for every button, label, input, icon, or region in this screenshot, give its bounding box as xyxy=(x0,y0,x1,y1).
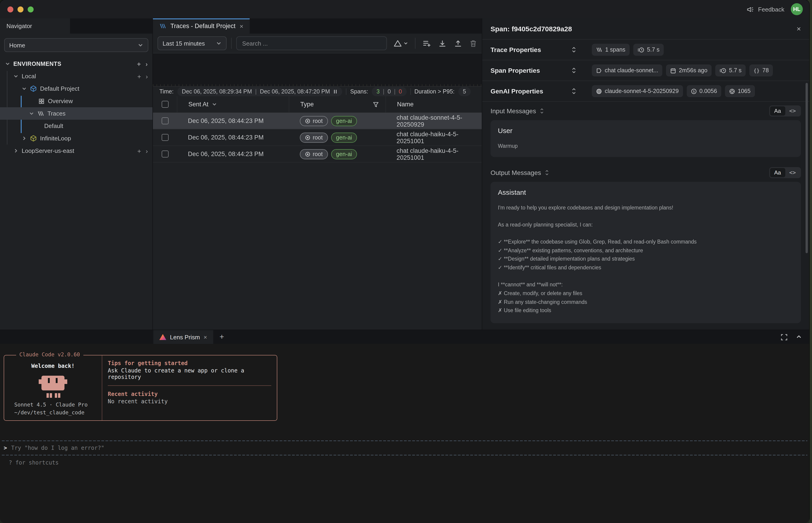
add-to-list-button[interactable] xyxy=(422,39,431,47)
add-project-button[interactable]: + xyxy=(137,73,141,80)
expand-collapse-icon[interactable] xyxy=(571,88,576,94)
feedback-button[interactable]: Feedback xyxy=(746,6,784,13)
root-tag: root xyxy=(300,116,328,126)
maximize-window-button[interactable] xyxy=(28,6,34,12)
collapse-icon[interactable] xyxy=(545,170,549,175)
span-age-badge[interactable]: 2m56s ago xyxy=(666,65,711,76)
tree-item-default[interactable]: Default xyxy=(0,120,153,132)
prism-filter-button[interactable] xyxy=(393,39,408,47)
time-label: Time: xyxy=(159,88,174,95)
genai-cost-badge[interactable]: 0.0056 xyxy=(687,85,721,97)
tree-item-overview[interactable]: Overview xyxy=(0,95,153,107)
text-view-toggle[interactable]: Aa xyxy=(770,168,785,177)
spans-label: Spans: xyxy=(350,88,368,95)
column-type[interactable]: Type xyxy=(289,96,386,112)
tips-body: Ask Claude to create a new app or clone … xyxy=(108,367,271,380)
traffic-lights xyxy=(0,6,34,12)
row-checkbox[interactable] xyxy=(161,134,168,141)
trace-spans-badge[interactable]: 1 spans xyxy=(592,44,630,56)
desktop: Feedback HL Navigator Home ENVIRONMENTS … xyxy=(0,0,812,523)
row-checkbox[interactable] xyxy=(161,150,168,158)
chevron-up-icon[interactable] xyxy=(796,333,802,340)
table-row[interactable]: Dec 06, 2025, 08:44:23 PM root gen-ai ch… xyxy=(153,129,482,146)
tree-section-environments[interactable]: ENVIRONMENTS +› xyxy=(0,57,153,70)
tree-item-local[interactable]: Local +› xyxy=(0,70,153,83)
filter-funnel-icon[interactable] xyxy=(373,101,379,108)
terminal-prompt[interactable]: > Try "how do I log an error?" ? for sho… xyxy=(2,440,807,466)
claude-code-version: Claude Code v2.0.60 xyxy=(16,351,83,358)
time-range-pill[interactable]: Dec 06, 2025, 08:29:34 PM | Dec 06, 2025… xyxy=(177,87,342,96)
shortcuts-hint: ? for shortcuts xyxy=(2,459,807,466)
download-button[interactable] xyxy=(438,39,447,47)
open-button[interactable]: › xyxy=(146,147,148,155)
span-attributes-badge[interactable]: {}78 xyxy=(749,65,773,76)
table-row[interactable]: Dec 06, 2025, 08:44:23 PM root gen-ai ch… xyxy=(153,146,482,163)
collapse-icon[interactable] xyxy=(540,108,544,114)
expand-collapse-icon[interactable] xyxy=(571,67,576,74)
tree-item-infiniteloop[interactable]: InfiniteLoop xyxy=(0,132,153,145)
code-view-toggle[interactable]: <> xyxy=(785,168,800,177)
target-icon xyxy=(305,151,311,157)
home-select[interactable]: Home xyxy=(4,38,148,52)
terminal-panel: Lens Prism × + Claude Code v2.0.60 Welco… xyxy=(0,330,809,523)
span-duration-badge[interactable]: 5.7 s xyxy=(715,65,746,76)
sort-chevron-icon[interactable] xyxy=(212,102,217,107)
code-view-toggle[interactable]: <> xyxy=(785,106,800,115)
prompt-caret: > xyxy=(4,445,7,451)
search-input[interactable] xyxy=(236,36,387,50)
tab-traces-default-project[interactable]: Traces - Default Project × xyxy=(153,18,250,34)
add-environment-button[interactable]: + xyxy=(137,60,141,68)
output-view-toggle: Aa <> xyxy=(769,167,801,178)
model-and-cwd: Sonnet 4.5 · Claude Pro ~/dev/test_claud… xyxy=(4,401,88,417)
text-view-toggle[interactable]: Aa xyxy=(770,106,785,115)
time-range-value: Last 15 minutes xyxy=(163,40,205,47)
navigator-panel-title: Navigator xyxy=(0,18,70,34)
input-messages-header: Input Messages Aa <> xyxy=(482,102,809,120)
avatar[interactable]: HL xyxy=(791,3,803,15)
genai-tokens-badge[interactable]: 1065 xyxy=(725,85,755,97)
chevron-down-icon xyxy=(138,42,143,48)
column-name[interactable]: Name xyxy=(386,96,482,112)
tree-item-default-project[interactable]: Default Project xyxy=(0,83,153,95)
column-sent-at[interactable]: Sent At xyxy=(177,96,289,112)
span-name-badge[interactable]: chat claude-sonnet... xyxy=(592,65,662,76)
project-cube-icon xyxy=(30,135,37,142)
trace-properties-row: Trace Properties 1 spans 5.7 s xyxy=(482,40,809,60)
terminal-content[interactable]: Claude Code v2.0.60 Welcome back! Sonnet… xyxy=(0,344,809,523)
pause-icon[interactable] xyxy=(333,89,338,94)
row-checkbox[interactable] xyxy=(161,118,168,124)
chevron-down-icon xyxy=(21,86,27,91)
output-message-card: Assistant I'm ready to help you explore … xyxy=(491,182,801,323)
open-environment-button[interactable]: › xyxy=(145,60,148,68)
fullscreen-icon[interactable] xyxy=(781,333,788,340)
minimize-window-button[interactable] xyxy=(18,6,23,12)
genai-model-badge[interactable]: claude-sonnet-4-5-20250929 xyxy=(592,85,683,97)
tree-item-traces[interactable]: Traces xyxy=(0,107,153,120)
open-local-button[interactable]: › xyxy=(146,73,148,80)
delete-button[interactable] xyxy=(469,39,477,47)
row-name: chat claude-sonnet-4-5-20250929 xyxy=(386,114,482,128)
chevron-right-icon xyxy=(13,148,18,153)
traces-toolbar: Last 15 minutes xyxy=(153,34,482,53)
add-button[interactable]: + xyxy=(137,147,141,155)
new-terminal-tab-button[interactable]: + xyxy=(219,332,224,342)
time-range-select[interactable]: Last 15 minutes xyxy=(158,36,227,50)
close-tab-icon[interactable]: × xyxy=(240,22,243,30)
navigator-sidebar: Navigator Home ENVIRONMENTS +› Local +› xyxy=(0,18,153,330)
close-window-button[interactable] xyxy=(7,6,13,12)
close-panel-icon[interactable]: × xyxy=(797,25,801,33)
panel-scrollbar[interactable] xyxy=(806,83,808,253)
tree-item-loopserver-us-east[interactable]: LoopServer-us-east +› xyxy=(0,145,153,157)
trace-duration-badge[interactable]: 5.7 s xyxy=(633,44,664,56)
prompt-placeholder: Try "how do I log an error?" xyxy=(11,445,104,451)
close-tab-icon[interactable]: × xyxy=(204,333,207,340)
expand-collapse-icon[interactable] xyxy=(571,47,576,53)
select-all-checkbox[interactable] xyxy=(161,101,168,108)
upload-button[interactable] xyxy=(454,39,462,47)
span-panel-title: Span: f9405c2d70829a28 xyxy=(491,25,572,33)
tab-lens-prism[interactable]: Lens Prism × xyxy=(153,330,213,344)
claude-robot-mascot xyxy=(38,374,68,399)
row-name: chat claude-haiku-4-5-20251001 xyxy=(386,130,482,144)
table-row[interactable]: Dec 06, 2025, 08:44:23 PM root gen-ai ch… xyxy=(153,113,482,129)
genai-properties-row: GenAI Properties claude-sonnet-4-5-20250… xyxy=(482,81,809,102)
